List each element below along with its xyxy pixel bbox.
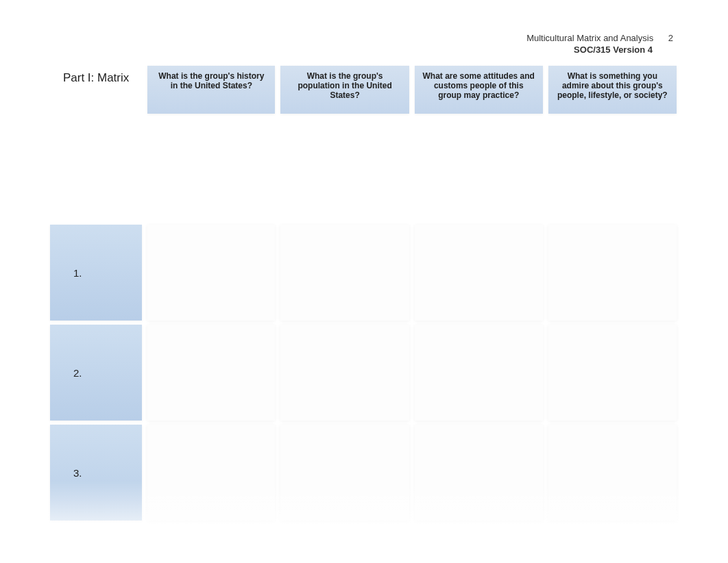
- row-label-2: 2.: [50, 325, 142, 421]
- column-header-2: What is the group's population in the Un…: [280, 66, 409, 114]
- spacer-row: [50, 118, 677, 221]
- column-header-4: What is something you admire about this …: [548, 66, 677, 114]
- data-cell: [415, 225, 543, 321]
- table-row: 3.: [50, 425, 677, 521]
- data-cell: [280, 325, 409, 421]
- data-cell: [280, 425, 409, 521]
- data-cell: [147, 225, 275, 321]
- data-cell: [280, 225, 409, 321]
- page-number: 2: [668, 33, 673, 43]
- data-cell: [415, 325, 543, 421]
- table-row: 1.: [50, 225, 677, 321]
- data-cell: [147, 325, 275, 421]
- document-header: Multicultural Matrix and Analysis 2 SOC/…: [526, 33, 673, 55]
- data-cell: [415, 425, 543, 521]
- matrix-container: Part I: Matrix What is the group's histo…: [45, 62, 682, 525]
- data-cell: [548, 425, 677, 521]
- row-label-1: 1.: [50, 225, 142, 321]
- column-header-1: What is the group's history in the Unite…: [147, 66, 275, 114]
- data-cell: [548, 325, 677, 421]
- table-row: 2.: [50, 325, 677, 421]
- header-version: SOC/315 Version 4: [526, 45, 653, 55]
- header-row: Part I: Matrix What is the group's histo…: [50, 66, 677, 114]
- header-title: Multicultural Matrix and Analysis: [526, 33, 653, 43]
- column-header-3: What are some attitudes and customs peop…: [415, 66, 543, 114]
- matrix-table: Part I: Matrix What is the group's histo…: [45, 62, 682, 525]
- data-cell: [147, 425, 275, 521]
- part-label: Part I: Matrix: [50, 66, 142, 114]
- row-label-3: 3.: [50, 425, 142, 521]
- data-cell: [548, 225, 677, 321]
